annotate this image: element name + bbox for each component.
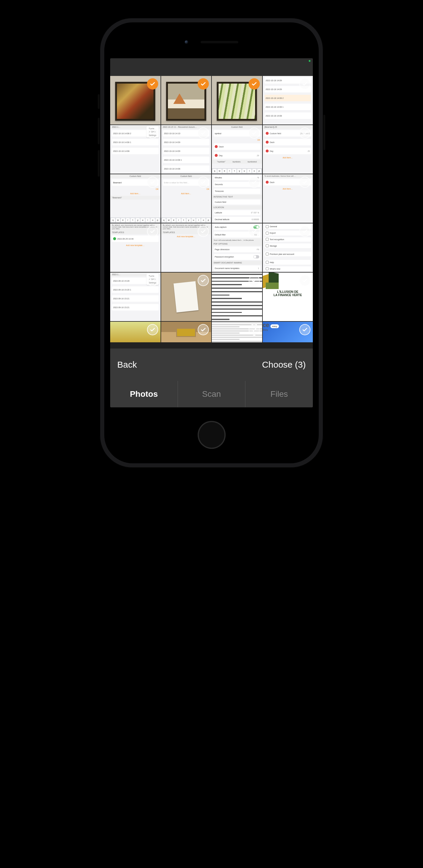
select-circle-icon[interactable] bbox=[299, 324, 310, 335]
tab-photos[interactable]: Photos bbox=[110, 381, 178, 407]
export-icon bbox=[266, 231, 269, 235]
select-circle-icon[interactable] bbox=[249, 324, 260, 335]
front-camera bbox=[185, 40, 189, 44]
screen-wrap: 2022-10-18 14:092022-10-18 14:092022-10-… bbox=[108, 26, 315, 460]
news-icon bbox=[266, 267, 269, 270]
phone-frame: 2022-10-18 14:092022-10-18 14:092022-10-… bbox=[100, 18, 323, 468]
thumbnail-r5c2[interactable] bbox=[161, 273, 212, 321]
earpiece-bar bbox=[108, 26, 315, 58]
select-circle-icon[interactable] bbox=[147, 275, 158, 286]
tab-scan[interactable]: Scan bbox=[178, 381, 245, 407]
select-circle-icon[interactable] bbox=[198, 177, 209, 188]
select-circle-icon[interactable] bbox=[299, 226, 310, 237]
mode-tab-bar: PhotosScanFiles bbox=[110, 381, 313, 407]
power-button bbox=[323, 115, 325, 150]
gear-icon bbox=[266, 225, 269, 228]
selected-checkmark-icon[interactable] bbox=[198, 78, 209, 90]
premium-icon bbox=[266, 252, 269, 255]
thumbnail-r4c1[interactable]: By default, your documents are named tog… bbox=[110, 223, 161, 272]
select-circle-icon[interactable] bbox=[198, 226, 209, 237]
select-circle-icon[interactable] bbox=[147, 127, 158, 138]
volume-down-button bbox=[98, 150, 100, 177]
select-circle-icon[interactable] bbox=[198, 275, 209, 286]
thumbnail-r5c1[interactable]: Name✓ DateSettings2022-1…2022-09-16 15:2… bbox=[110, 273, 161, 321]
thumbnail-r3c1[interactable]: Custom fieldBearnardOKAdd item…"Bearnard… bbox=[110, 174, 161, 223]
earpiece-speaker bbox=[200, 41, 238, 43]
thumbnail-r1c3[interactable] bbox=[212, 76, 262, 124]
help-icon bbox=[266, 261, 269, 264]
select-circle-icon[interactable] bbox=[147, 177, 158, 188]
thumbnail-r4c2[interactable]: By default, your documents are named tog… bbox=[161, 223, 212, 272]
select-circle-icon[interactable] bbox=[147, 226, 158, 237]
select-circle-icon[interactable] bbox=[299, 177, 310, 188]
home-area bbox=[108, 410, 315, 460]
tab-files[interactable]: Files bbox=[245, 381, 313, 407]
selected-checkmark-icon[interactable] bbox=[147, 78, 158, 90]
select-circle-icon[interactable] bbox=[249, 226, 260, 237]
thumbnail-r6c2[interactable] bbox=[161, 322, 212, 342]
thumbnail-r6c1[interactable] bbox=[110, 322, 161, 342]
thumbnail-r1c2[interactable] bbox=[161, 76, 212, 124]
thumbnail-r5c4[interactable]: L'ILLUSION DELA FINANCE VERTE bbox=[263, 273, 313, 321]
mute-switch bbox=[98, 94, 100, 109]
choose-button[interactable]: Choose (3) bbox=[262, 360, 306, 370]
select-circle-icon[interactable] bbox=[147, 324, 158, 335]
status-bar bbox=[110, 58, 313, 76]
thumbnail-r3c2[interactable]: Custom fieldEnter a value for this field… bbox=[161, 174, 212, 223]
volume-up-button bbox=[98, 118, 100, 144]
text-icon bbox=[266, 238, 269, 241]
thumbnail-r2c1[interactable]: Name✓ DateSettings2022-1…2022-10-18 14:0… bbox=[110, 125, 161, 174]
thumbnail-r1c4[interactable]: 2022-10-18 14:092022-10-18 14:092022-10-… bbox=[263, 76, 313, 124]
select-circle-icon[interactable] bbox=[249, 177, 260, 188]
thumbnail-r2c4[interactable]: [Bearnard]-29Custom field[Bearnard]DashD… bbox=[263, 125, 313, 174]
thumbnail-r6c3[interactable] bbox=[212, 322, 262, 342]
back-button[interactable]: Back bbox=[117, 360, 137, 370]
action-bar: Back Choose (3) bbox=[110, 348, 313, 381]
thumbnail-r3c3[interactable]: Minutes48SecondsTimezoneINTERACTIVE TEXT… bbox=[212, 174, 262, 223]
home-button[interactable] bbox=[198, 421, 226, 449]
photo-grid[interactable]: 2022-10-18 14:092022-10-18 14:092022-10-… bbox=[110, 76, 313, 348]
thumbnail-r2c2[interactable]: 2022-10-15 11 - Recovered docum…2022-10-… bbox=[161, 125, 212, 174]
thumbnail-r3c4[interactable]: To avoid duplicates, Genius Scan will …D… bbox=[263, 174, 313, 223]
book-cover-title: L'ILLUSION DELA FINANCE VERTE bbox=[263, 290, 313, 297]
select-circle-icon[interactable] bbox=[249, 275, 260, 286]
app-screen: 2022-10-18 14:092022-10-18 14:092022-10-… bbox=[110, 58, 313, 407]
thumbnail-r4c3[interactable]: Auto-captureDefault filterB&…'Auto' will… bbox=[212, 223, 262, 272]
select-circle-icon[interactable] bbox=[299, 275, 310, 286]
select-circle-icon[interactable] bbox=[198, 127, 209, 138]
select-circle-icon[interactable] bbox=[299, 127, 310, 138]
select-circle-icon[interactable] bbox=[198, 324, 209, 335]
thumbnail-r2c3[interactable]: Custom fieldsymbolOKDashDay29"number"num… bbox=[212, 125, 262, 174]
thumbnail-r1c1[interactable] bbox=[110, 76, 161, 124]
thumbnail-r4c4[interactable]: GeneralExportText recognitionStoragePrem… bbox=[263, 223, 313, 272]
recording-indicator-icon bbox=[309, 60, 310, 62]
phone-inner: 2022-10-18 14:092022-10-18 14:092022-10-… bbox=[104, 22, 319, 463]
storage-icon bbox=[266, 244, 269, 247]
select-circle-icon[interactable] bbox=[249, 127, 260, 138]
select-circle-icon[interactable] bbox=[299, 78, 310, 90]
selected-checkmark-icon[interactable] bbox=[249, 78, 260, 90]
thumbnail-r6c4[interactable]: ceeasyilités bbox=[263, 322, 313, 342]
thumbnail-r5c3[interactable] bbox=[212, 273, 262, 321]
